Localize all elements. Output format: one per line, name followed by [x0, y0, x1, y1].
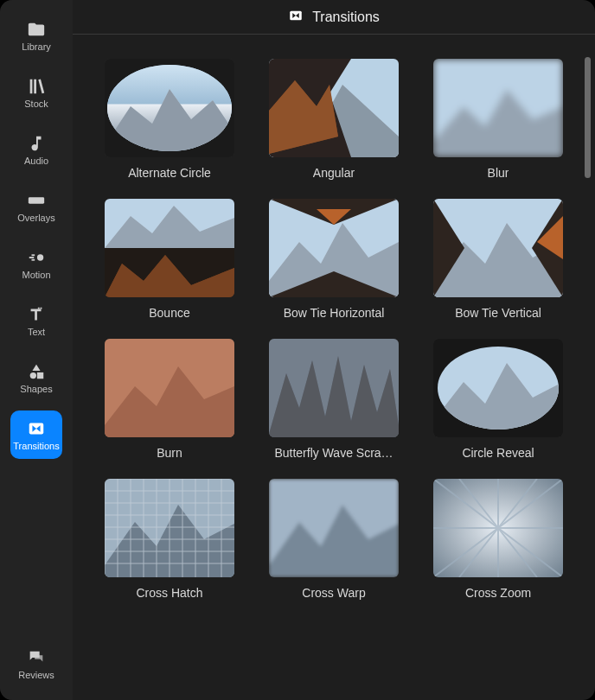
overlays-icon	[27, 191, 46, 210]
svg-marker-7	[32, 364, 40, 370]
transition-thumbnail	[433, 479, 563, 577]
scrollbar-thumb[interactable]	[585, 57, 591, 178]
sidebar-item-audio[interactable]: Audio	[10, 125, 62, 174]
svg-rect-5	[38, 307, 40, 309]
sidebar-item-label: Reviews	[18, 670, 54, 680]
sidebar-item-stock[interactable]: Stock	[10, 68, 62, 117]
transition-card-blur[interactable]: Blur	[427, 59, 569, 180]
transition-label: Bow Tie Horizontal	[284, 306, 385, 320]
svg-rect-6	[41, 307, 42, 309]
transition-card-angular[interactable]: Angular	[263, 59, 405, 180]
transition-label: Blur	[488, 166, 509, 180]
svg-rect-55	[269, 339, 399, 437]
transition-label: Circle Reveal	[462, 446, 534, 460]
transition-card-cross-hatch[interactable]: Cross Hatch	[99, 479, 240, 600]
transitions-icon	[288, 8, 304, 27]
app-window: Library Stock Audio Overlays Motion	[0, 0, 595, 700]
transition-thumbnail	[433, 339, 563, 437]
transition-label: Butterfly Wave Scra…	[274, 446, 393, 460]
svg-rect-2	[29, 257, 35, 258]
transition-label: Bow Tie Vertical	[455, 306, 541, 320]
sidebar-item-label: Shapes	[20, 384, 52, 394]
transition-card-cross-warp[interactable]: Cross Warp	[263, 479, 405, 600]
sidebar-item-label: Stock	[24, 99, 48, 109]
sidebar-item-reviews[interactable]: Reviews	[10, 640, 62, 688]
transition-card-circle-reveal[interactable]: Circle Reveal	[427, 339, 569, 460]
transition-card-burn[interactable]: Burn	[99, 339, 240, 460]
svg-rect-83	[269, 479, 399, 577]
svg-rect-51	[105, 339, 234, 437]
svg-rect-4	[32, 258, 35, 260]
transition-card-alternate-circle[interactable]: Alternate Circle	[99, 59, 240, 180]
sidebar-item-label: Overlays	[17, 213, 54, 223]
text-icon	[27, 305, 46, 324]
sidebar-item-text[interactable]: Text	[10, 296, 62, 345]
sidebar-item-overlays[interactable]: Overlays	[10, 182, 62, 231]
transition-card-butterfly-wave-scrawler[interactable]: Butterfly Wave Scra…	[263, 339, 405, 460]
transition-thumbnail	[105, 339, 234, 437]
transition-thumbnail	[269, 339, 399, 437]
svg-point-1	[37, 254, 43, 260]
music-note-icon	[27, 134, 46, 153]
transition-card-cross-zoom[interactable]: Cross Zoom	[427, 479, 569, 600]
transitions-icon	[27, 419, 46, 438]
transition-label: Angular	[313, 166, 355, 180]
chat-icon	[27, 648, 46, 667]
sidebar-item-label: Motion	[22, 270, 50, 280]
transition-thumbnail	[269, 199, 399, 297]
transition-label: Alternate Circle	[128, 166, 211, 180]
sidebar-item-shapes[interactable]: Shapes	[10, 353, 62, 402]
transition-thumbnail	[105, 479, 234, 577]
transition-label: Cross Warp	[302, 586, 365, 600]
transitions-grid: Alternate Circle A	[99, 59, 569, 600]
svg-point-8	[30, 372, 36, 378]
sidebar: Library Stock Audio Overlays Motion	[0, 0, 73, 700]
svg-rect-9	[37, 372, 43, 378]
transition-thumbnail	[269, 59, 399, 157]
transition-thumbnail	[433, 199, 563, 297]
transition-label: Cross Hatch	[136, 586, 202, 600]
books-icon	[27, 77, 46, 96]
svg-rect-0	[29, 197, 44, 203]
transition-card-bow-tie-vertical[interactable]: Bow Tie Vertical	[427, 199, 569, 320]
motion-icon	[27, 248, 46, 267]
shapes-icon	[27, 362, 46, 381]
main-panel: Transitions	[73, 0, 595, 700]
sidebar-item-label: Text	[28, 327, 45, 337]
folder-icon	[27, 20, 46, 39]
sidebar-item-label: Library	[22, 41, 51, 52]
sidebar-item-label: Audio	[24, 156, 48, 166]
sidebar-item-transitions[interactable]: Transitions	[10, 410, 62, 459]
transition-thumbnail	[433, 59, 563, 157]
panel-title: Transitions	[312, 10, 380, 25]
svg-rect-3	[32, 254, 35, 256]
transition-card-bow-tie-horizontal[interactable]: Bow Tie Horizontal	[263, 199, 405, 320]
transition-thumbnail	[105, 199, 234, 297]
transition-label: Cross Zoom	[465, 586, 531, 600]
transition-thumbnail	[269, 479, 399, 577]
sidebar-item-library[interactable]: Library	[10, 11, 62, 60]
transition-card-bounce[interactable]: Bounce	[99, 199, 240, 320]
panel-header: Transitions	[73, 0, 595, 35]
sidebar-item-motion[interactable]: Motion	[10, 239, 62, 288]
transition-label: Burn	[157, 446, 182, 460]
transition-thumbnail	[105, 59, 234, 157]
transitions-grid-container: Alternate Circle A	[73, 35, 595, 700]
transition-label: Bounce	[149, 306, 189, 320]
sidebar-item-label: Transitions	[13, 441, 59, 451]
